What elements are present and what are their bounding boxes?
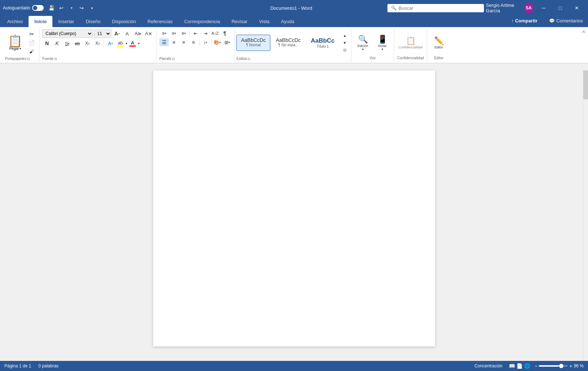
voice-group-label: Voz (370, 56, 376, 60)
document-page[interactable] (153, 70, 435, 346)
maximize-button[interactable]: □ (552, 0, 568, 16)
italic-button[interactable]: K (52, 39, 62, 47)
close-button[interactable]: ✕ (568, 0, 585, 16)
tab-archivo[interactable]: Archivo (1, 16, 29, 27)
style-card-normal[interactable]: AaBbCcDc ¶ Normal (236, 35, 270, 51)
paste-button[interactable]: 📋 Pegar ▾ (5, 34, 25, 52)
search-bar: 🔍 (387, 4, 484, 12)
zoom-in-button[interactable]: + (569, 363, 572, 369)
cut-button[interactable]: ✂ (27, 30, 36, 38)
style-card-no-space[interactable]: AaBbCcDc ¶ Sin espa... (271, 35, 305, 51)
paste-dropdown-icon: ▾ (20, 47, 21, 50)
view-buttons: 📖 📄 🌐 (509, 363, 530, 369)
zoom-slider-fill (539, 365, 559, 367)
font-color-dropdown[interactable]: ▾ (138, 42, 140, 45)
tab-referencias[interactable]: Referencias (142, 16, 178, 27)
editor-button[interactable]: ✏️ Editor (430, 36, 447, 49)
tab-ayuda[interactable]: Ayuda (275, 16, 300, 27)
grow-font-button[interactable]: A+ (112, 30, 122, 38)
edicion-button[interactable]: 🔍 Edición ▾ (354, 35, 372, 51)
share-button[interactable]: ↑ Compartir (506, 16, 543, 26)
bullets-button[interactable]: ≡▾ (159, 29, 169, 37)
editor-group-inner: ✏️ Editor (430, 30, 447, 55)
paragraph-group: ≡▾ ≡▾ ≡▾ ⇤ ⇥ A↕Z ¶ ☰ ≡ ≡ ≡ ↕▾ 🎨▾ ⊞▾ (156, 29, 235, 61)
page-info: Página 1 de 1 (4, 363, 31, 368)
highlight-color-button[interactable]: ab (116, 39, 125, 48)
avatar[interactable]: SA (524, 3, 533, 13)
collapse-ribbon-button[interactable]: ^ (582, 30, 585, 36)
customize-qa-button[interactable]: ▾ (87, 3, 96, 13)
scroll-thumb[interactable] (583, 70, 588, 99)
conf-group-inner: 📋 Confidencialidad (399, 30, 423, 55)
zoom-slider-thumb[interactable] (559, 364, 563, 368)
clipboard-expand-icon[interactable]: ⊡ (27, 57, 30, 61)
tab-disposicion[interactable]: Disposición (106, 16, 142, 27)
borders-button[interactable]: ⊞▾ (222, 38, 232, 46)
confidencialidad-button[interactable]: 📋 Confidencialidad (399, 36, 423, 49)
numbering-button[interactable]: ≡▾ (169, 29, 179, 37)
tab-diseno[interactable]: Diseño (80, 16, 106, 27)
paragraph-expand-icon[interactable]: ⊡ (172, 57, 175, 61)
style-nospace-label: ¶ Sin espa... (278, 43, 298, 47)
line-spacing-button[interactable]: ↕▾ (201, 38, 210, 46)
dictar-button[interactable]: 📱 Dictar ▾ (374, 35, 391, 51)
text-effects-button[interactable]: A▾ (106, 39, 115, 47)
highlight-dropdown[interactable]: ▾ (126, 42, 127, 45)
tab-vista[interactable]: Vista (253, 16, 275, 27)
shrink-font-button[interactable]: A- (123, 30, 132, 38)
conf-icon: 📋 (406, 36, 416, 46)
show-marks-button[interactable]: ¶ (220, 29, 229, 37)
search-input[interactable] (399, 5, 480, 11)
user-name: Sergio Artime García (486, 3, 522, 13)
shading-button[interactable]: 🎨▾ (213, 38, 222, 46)
view-web-button[interactable]: 🌐 (524, 363, 530, 369)
styles-scroll-down[interactable]: ▼ (340, 39, 349, 46)
view-read-button[interactable]: 📖 (509, 363, 515, 369)
edicion-icon: 🔍 (358, 35, 368, 44)
style-card-title1[interactable]: AaBbCc Título 1 (306, 35, 339, 51)
save-button[interactable]: 💾 (47, 3, 56, 13)
tab-revisar[interactable]: Revisar (226, 16, 253, 27)
align-center-button[interactable]: ≡ (169, 38, 179, 46)
align-left-button[interactable]: ☰ (159, 38, 169, 46)
styles-expand-icon[interactable]: ⊡ (248, 57, 250, 61)
superscript-button[interactable]: X2 (93, 39, 102, 47)
dictar-icon: 📱 (378, 35, 387, 44)
increase-indent-button[interactable]: ⇥ (201, 29, 210, 37)
tab-correspondencia[interactable]: Correspondencia (179, 16, 226, 27)
font-expand-icon[interactable]: ⊡ (54, 57, 57, 61)
undo-button[interactable]: ↩ (57, 3, 66, 13)
copy-button[interactable]: 📄 (27, 39, 36, 47)
zoom-out-button[interactable]: − (535, 363, 537, 369)
autosave-toggle[interactable] (32, 5, 44, 11)
focus-button[interactable]: Concentración (472, 363, 505, 369)
minimize-button[interactable]: ─ (535, 0, 552, 16)
comments-button[interactable]: 💬 Comentarios (545, 16, 587, 26)
styles-scroll-up[interactable]: ▲ (340, 32, 349, 39)
styles-more[interactable]: ⊡ (340, 47, 349, 53)
styles-scroll-buttons: ▲ ▼ ⊡ (340, 32, 349, 53)
tab-insertar[interactable]: Insertar (52, 16, 80, 27)
clear-format-button[interactable]: A✕ (144, 30, 153, 38)
dictar-label: Dictar (378, 44, 387, 48)
multilevel-button[interactable]: ≡▾ (179, 29, 188, 37)
undo-dropdown-button[interactable]: ▾ (67, 3, 76, 13)
sort-button[interactable]: A↕Z (210, 29, 220, 37)
zoom-slider-track (539, 365, 568, 367)
align-right-button[interactable]: ≡ (179, 38, 188, 46)
decrease-indent-button[interactable]: ⇤ (191, 29, 200, 37)
strikethrough-button[interactable]: ab (73, 39, 82, 47)
justify-button[interactable]: ≡ (189, 38, 198, 46)
bold-button[interactable]: N (42, 39, 52, 47)
font-name-select[interactable]: Calibri (Cuerpo) (42, 29, 93, 38)
font-size-select[interactable]: 11 (94, 29, 111, 38)
format-painter-button[interactable]: 🖌 (27, 47, 36, 55)
font-color-button[interactable]: A (128, 39, 137, 48)
tab-inicio[interactable]: Inicio (29, 16, 52, 27)
subscript-button[interactable]: X2 (83, 39, 92, 47)
change-case-button[interactable]: Aa▾ (133, 30, 143, 38)
underline-button[interactable]: S▾ (63, 39, 72, 47)
quick-access-toolbar: 💾 ↩ ▾ ↪ ▾ (47, 3, 96, 13)
view-print-button[interactable]: 📄 (516, 363, 523, 369)
redo-button[interactable]: ↪ (77, 3, 86, 13)
